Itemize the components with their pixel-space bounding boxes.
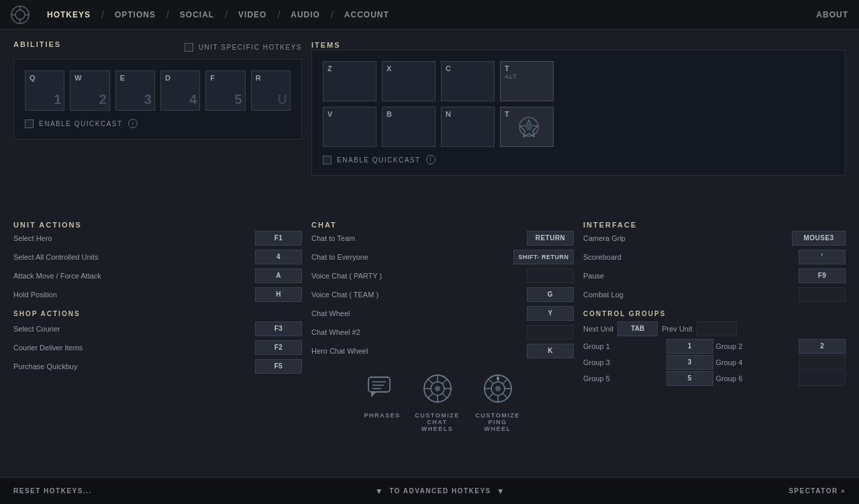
key-chat-wheel[interactable]: Y xyxy=(527,306,574,321)
advanced-hotkeys-center: ▼ TO ADVANCED HOTKEYS ▼ xyxy=(375,487,505,496)
items-box: Z X C T ALT V B N xyxy=(311,50,846,176)
customize-chat-label: CUSTOMIZE CHAT WHEELS xyxy=(414,412,461,432)
item-slot-v[interactable]: V xyxy=(323,107,376,147)
key-camera[interactable]: MOUSE3 xyxy=(792,231,846,246)
key-chat-everyone[interactable]: SHIFT- RETURN xyxy=(513,250,574,264)
key-courier[interactable]: F3 xyxy=(255,321,302,336)
svg-point-24 xyxy=(435,386,440,391)
action-row-all-units: Select All Controlled Units 4 xyxy=(13,248,302,266)
ability-w[interactable]: W 2 xyxy=(70,70,109,111)
item-slot-b[interactable]: B xyxy=(382,107,436,147)
nav-about[interactable]: ABOUT xyxy=(816,10,848,19)
unit-actions-title: UNIT ACTIONS xyxy=(13,221,82,229)
abilities-box: Q 1 W 2 E 3 D 4 F 5 xyxy=(13,59,302,140)
group2-label: Group 2 xyxy=(716,339,797,354)
item-slot-n[interactable]: N xyxy=(441,107,495,147)
key-all-units[interactable]: 4 xyxy=(255,250,302,264)
key-chat-wheel2[interactable] xyxy=(527,325,574,340)
ability-q[interactable]: Q 1 xyxy=(25,70,64,111)
item-slot-t-alt[interactable]: T ALT xyxy=(500,61,554,101)
nav-items: HOTKEYS / OPTIONS / SOCIAL / VIDEO / AUD… xyxy=(40,7,816,22)
key-chat-team[interactable]: RETURN xyxy=(527,231,574,246)
ability-r[interactable]: R U xyxy=(251,70,291,111)
customize-ping-label: CUSTOMIZE PING WHEEL xyxy=(474,412,521,432)
key-group1[interactable]: 1 xyxy=(666,339,713,354)
chat-section: CHAT Chat to Team RETURN Chat to Everyon… xyxy=(311,220,574,467)
key-group2[interactable]: 2 xyxy=(799,339,846,354)
abilities-quickcast-label: ENABLE QUICKCAST xyxy=(39,120,123,128)
chat-row-team: Chat to Team RETURN xyxy=(311,230,574,247)
interface-section: INTERFACE Camera Grip MOUSE3 Scoreboard … xyxy=(583,220,846,467)
shop-actions-title: SHOP ACTIONS xyxy=(13,310,302,317)
key-group5[interactable]: 5 xyxy=(666,371,713,386)
nav-video[interactable]: VIDEO xyxy=(232,7,273,22)
key-prev-unit[interactable] xyxy=(697,321,737,336)
key-group4[interactable] xyxy=(799,355,846,370)
item-slot-z[interactable]: Z xyxy=(323,61,376,101)
key-deliver[interactable]: F2 xyxy=(255,340,302,355)
action-row-deliver: Courier Deliver Items F2 xyxy=(13,339,302,356)
reset-hotkeys-button[interactable]: RESET HOTKEYS... xyxy=(13,487,92,495)
customize-chat-icon-item[interactable]: CUSTOMIZE CHAT WHEELS xyxy=(414,370,461,432)
interface-title: INTERFACE xyxy=(583,221,637,229)
customize-ping-icon-item[interactable]: CUSTOMIZE PING WHEEL xyxy=(474,370,521,432)
iface-row-scoreboard: Scoreboard ' xyxy=(583,248,846,266)
ability-e[interactable]: E 3 xyxy=(115,70,155,111)
nav-sep-4: / xyxy=(277,9,280,20)
items-info-icon[interactable]: i xyxy=(426,155,436,164)
interface-list: Camera Grip MOUSE3 Scoreboard ' Pause F9… xyxy=(583,230,846,303)
key-combat[interactable] xyxy=(799,287,846,302)
action-row-hold: Hold Position H xyxy=(13,286,302,303)
key-chat-team-voice[interactable]: G xyxy=(527,287,574,302)
unit-specific-label: UNIT SPECIFIC HOTKEYS xyxy=(199,44,302,51)
advanced-hotkeys-button[interactable]: TO ADVANCED HOTKEYS xyxy=(389,487,491,495)
chat-row-wheel2: Chat Wheel #2 xyxy=(311,323,574,341)
items-quickcast-label: ENABLE QUICKCAST xyxy=(337,156,421,164)
key-quickbuy[interactable]: F5 xyxy=(255,359,302,374)
nav-account[interactable]: ACCOUNT xyxy=(338,7,396,22)
action-row-courier: Select Courier F3 xyxy=(13,320,302,338)
items-quickcast-row: ENABLE QUICKCAST i xyxy=(323,155,834,164)
ability-d[interactable]: D 4 xyxy=(160,70,200,111)
group3-label: Group 3 xyxy=(583,355,664,370)
svg-line-32 xyxy=(503,393,507,398)
item-slot-t[interactable]: T xyxy=(500,107,554,147)
item-slot-c[interactable]: C xyxy=(441,61,495,101)
nav-hotkeys[interactable]: HOTKEYS xyxy=(40,7,97,22)
bottom-bar: RESET HOTKEYS... ▼ TO ADVANCED HOTKEYS ▼… xyxy=(0,477,859,504)
key-chat-party[interactable] xyxy=(527,268,574,283)
key-chat-hero[interactable]: K xyxy=(527,344,574,358)
key-pause[interactable]: F9 xyxy=(799,268,846,283)
action-row-hero: Select Hero F1 xyxy=(13,230,302,247)
nav-audio[interactable]: AUDIO xyxy=(284,7,327,22)
phrases-icon xyxy=(364,370,400,407)
items-section: ITEMS Z X C T ALT V xyxy=(311,40,846,211)
chat-list: Chat to Team RETURN Chat to Everyone SHI… xyxy=(311,230,574,360)
shop-actions-list: Select Courier F3 Courier Deliver Items … xyxy=(13,320,302,375)
key-next-unit[interactable]: TAB xyxy=(617,321,658,336)
abilities-quickcast-checkbox[interactable] xyxy=(25,119,34,128)
phrases-icon-item[interactable]: PHRASES xyxy=(364,370,400,432)
group6-label: Group 6 xyxy=(716,371,797,386)
spectator-button[interactable]: SPECTATOR » xyxy=(789,487,846,495)
svg-line-20 xyxy=(428,379,433,384)
unit-specific-checkbox[interactable] xyxy=(185,43,193,52)
nav-sep-1: / xyxy=(101,9,104,20)
items-grid: Z X C T ALT V B N xyxy=(323,61,834,147)
nav-options[interactable]: OPTIONS xyxy=(108,7,162,22)
key-group6[interactable] xyxy=(799,371,846,386)
ability-f[interactable]: F 5 xyxy=(205,70,245,111)
nav-sep-3: / xyxy=(225,9,228,20)
item-slot-x[interactable]: X xyxy=(382,61,436,101)
key-group3[interactable]: 3 xyxy=(666,355,713,370)
action-row-quickbuy: Purchase Quickbuy F5 xyxy=(13,358,302,375)
chat-row-everyone: Chat to Everyone SHIFT- RETURN xyxy=(311,248,574,266)
key-scoreboard[interactable]: ' xyxy=(799,250,846,264)
key-select-hero[interactable]: F1 xyxy=(255,231,302,246)
nav-social[interactable]: SOCIAL xyxy=(173,7,221,22)
abilities-info-icon[interactable]: i xyxy=(128,119,138,128)
key-attack[interactable]: A xyxy=(255,268,302,283)
items-quickcast-checkbox[interactable] xyxy=(323,156,332,164)
iface-row-camera: Camera Grip MOUSE3 xyxy=(583,230,846,247)
key-hold[interactable]: H xyxy=(255,287,302,302)
